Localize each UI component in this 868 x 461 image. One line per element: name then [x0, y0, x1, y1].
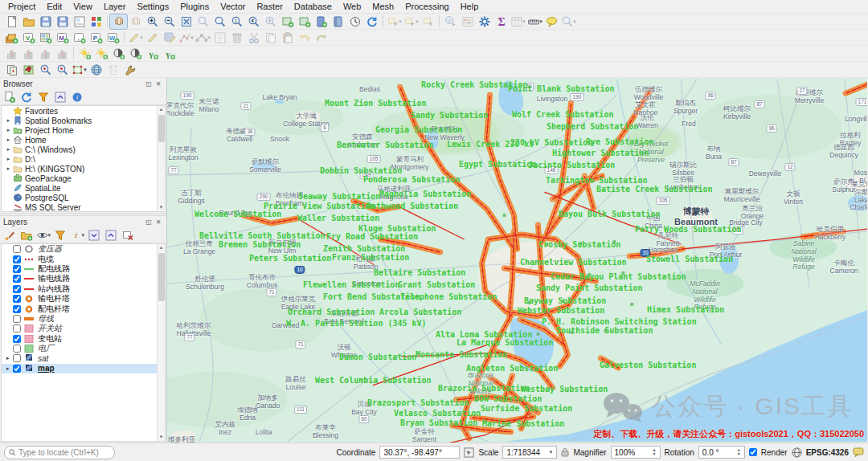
layers-scrollbar[interactable]: ▲▼ — [157, 244, 165, 441]
zoom-full-button[interactable] — [178, 14, 194, 29]
new-map-view-button[interactable] — [279, 14, 296, 29]
browser-add-layer-button[interactable] — [2, 91, 17, 104]
zoom-native-button[interactable]: 1 — [228, 14, 245, 29]
deselect-features-button[interactable] — [420, 14, 436, 29]
layer-checkbox-电缆[interactable] — [13, 255, 21, 263]
menu-help[interactable]: Help — [455, 1, 485, 12]
browser-item-home[interactable]: ▸Home — [2, 135, 165, 145]
delete-selected-button[interactable] — [228, 31, 245, 45]
browser-item-postgresql[interactable]: PostgreSQL — [2, 193, 165, 202]
new-project-button[interactable] — [3, 14, 20, 29]
menu-view[interactable]: View — [68, 1, 98, 12]
messages-icon[interactable] — [853, 447, 864, 457]
run-feature-action-button[interactable] — [459, 14, 476, 29]
style-manager-button[interactable] — [88, 14, 104, 29]
pan-map-button[interactable] — [110, 14, 127, 29]
locator-input[interactable]: Type to locate (Ctrl+K) — [4, 446, 115, 459]
menu-database[interactable]: Database — [289, 1, 338, 12]
increase-brightness-button[interactable] — [76, 47, 93, 61]
browser-close-icon[interactable]: ✕ — [154, 80, 163, 88]
rotation-spinbox[interactable]: 0.0 °▲▼ — [698, 446, 745, 459]
layer-checkbox-配电线路[interactable] — [13, 265, 21, 273]
expand-all-button[interactable] — [87, 229, 101, 243]
change-label-button[interactable]: ▾ — [71, 63, 88, 77]
open-project-button[interactable] — [20, 14, 37, 29]
increase-contrast-button[interactable] — [110, 47, 127, 61]
osm-place-search-button[interactable]: ▾ — [560, 14, 577, 29]
layer-checkbox-母线[interactable] — [13, 315, 21, 323]
layer-checkbox-电厂[interactable] — [13, 345, 21, 353]
save-layer-edits-button[interactable] — [161, 31, 178, 45]
new-spatial-bookmark-button[interactable] — [313, 14, 330, 29]
layer-checkbox-输电线路[interactable] — [13, 275, 21, 283]
add-group-button[interactable] — [19, 229, 34, 243]
menu-project[interactable]: Project — [2, 1, 41, 12]
menu-web[interactable]: Web — [338, 1, 366, 12]
layer-item-sat[interactable]: ▸sat — [2, 353, 165, 363]
browser-item-favorites[interactable]: Favorites — [2, 106, 165, 116]
highlight-pinned-labels-button[interactable] — [37, 63, 54, 77]
browser-refresh-button[interactable] — [19, 91, 34, 104]
browser-filter-button[interactable] — [36, 91, 51, 104]
browser-properties-button[interactable]: i — [70, 91, 84, 104]
show-spatial-bookmarks-button[interactable] — [330, 14, 346, 29]
browser-item-spatial-bookmarks[interactable]: ▸Spatial Bookmarks — [2, 116, 165, 125]
layer-checkbox-配电杆塔[interactable] — [13, 305, 21, 313]
browser-collapse-all-button[interactable] — [53, 91, 68, 104]
measure-button[interactable]: ▾ — [526, 14, 543, 29]
layer-item-变压器[interactable]: 变压器 — [2, 244, 165, 254]
zoom-out-button[interactable] — [161, 14, 178, 29]
magnifier-spinbox[interactable]: 100%▲▼ — [611, 446, 661, 459]
copy-features-button[interactable] — [262, 31, 279, 45]
layer-item-配电线路[interactable]: 配电线路 — [2, 264, 165, 274]
plugin-builder-button[interactable] — [121, 63, 138, 77]
browser-item-spatialite[interactable]: SpatiaLite — [2, 183, 165, 193]
zoom-to-selection-button[interactable] — [194, 14, 211, 29]
browser-item-c-windows[interactable]: ▸C:\ (Windows) — [2, 145, 165, 154]
modify-attributes-button[interactable] — [211, 31, 228, 45]
decrease-brightness-button[interactable] — [93, 47, 110, 61]
crs-globe-icon[interactable] — [792, 447, 802, 458]
select-by-value-button[interactable]: ▾ — [403, 14, 420, 29]
local-histogram-stretch-button[interactable] — [3, 47, 20, 61]
layer-checkbox-变电站[interactable] — [13, 335, 21, 343]
metasearch-button[interactable] — [88, 63, 104, 77]
decrease-contrast-button[interactable] — [127, 47, 144, 61]
layer-checkbox-变压器[interactable] — [13, 245, 21, 253]
menu-mesh[interactable]: Mesh — [366, 1, 399, 12]
add-delimited-text-layer-button[interactable]: , — [71, 31, 88, 45]
layer-item-站内线路[interactable]: 站内线路 — [2, 284, 165, 294]
vertex-tool-button[interactable]: ▾ — [194, 31, 211, 45]
current-edits-button[interactable]: ▾ — [127, 31, 144, 45]
layer-item-变电站[interactable]: 变电站 — [2, 334, 165, 344]
full-histogram-stretch-button[interactable] — [20, 47, 37, 61]
decrease-gamma-button[interactable]: γ — [161, 47, 178, 61]
layers-close-icon[interactable]: ✕ — [154, 218, 163, 226]
zoom-last-button[interactable] — [245, 14, 262, 29]
filter-by-expression-button[interactable]: ε▾ — [70, 229, 84, 243]
layer-item-map[interactable]: ▸map — [2, 364, 165, 373]
menu-processing[interactable]: Processing — [399, 1, 454, 12]
browser-float-icon[interactable]: ◱ — [144, 80, 154, 88]
layer-item-输电杆塔[interactable]: 输电杆塔 — [2, 294, 165, 304]
move-label-button[interactable] — [54, 63, 71, 77]
layer-checkbox-站内线路[interactable] — [13, 285, 21, 293]
browser-item-project-home[interactable]: ▸Project Home — [2, 125, 165, 135]
paste-features-button[interactable] — [279, 31, 296, 45]
browser-item-geopackage[interactable]: GeoPackage — [2, 173, 165, 183]
full-cumulative-stretch-button[interactable] — [54, 47, 71, 61]
menu-raster[interactable]: Raster — [251, 1, 288, 12]
menu-vector[interactable]: Vector — [215, 1, 251, 12]
identify-features-button[interactable]: i — [442, 14, 459, 29]
redo-button[interactable] — [313, 31, 330, 45]
layer-item-电缆[interactable]: 电缆 — [2, 254, 165, 263]
layer-checkbox-map[interactable] — [13, 365, 21, 373]
add-wms-layer-button[interactable]: W — [104, 31, 121, 45]
add-mesh-layer-button[interactable]: M — [54, 31, 71, 45]
layer-item-开关站[interactable]: 开关站 — [2, 324, 165, 333]
layout-manager-button[interactable] — [71, 14, 88, 29]
layer-item-配电杆塔[interactable]: 配电杆塔 — [2, 304, 165, 313]
map-canvas[interactable]: 米兰诺 Milano罗克代尔 RockdaleLake Bryan大学城 Col… — [167, 78, 867, 443]
menu-layer[interactable]: Layer — [98, 1, 132, 12]
zoom-in-button[interactable] — [144, 14, 161, 29]
